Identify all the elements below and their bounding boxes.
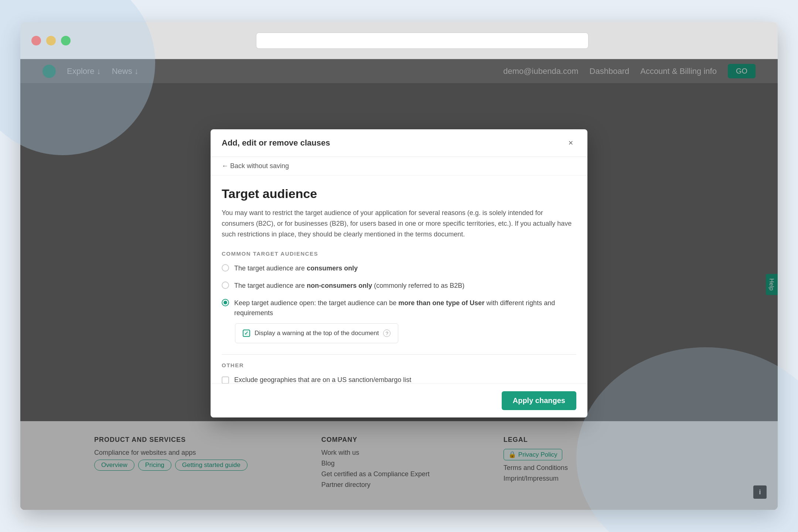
modal-close-button[interactable]: × xyxy=(565,137,576,149)
option-text-before-1: The target audience are xyxy=(234,282,307,289)
option-more-than-one[interactable]: Keep target audience open: the target au… xyxy=(222,298,576,318)
sub-option-warning[interactable]: Display a warning at the top of the docu… xyxy=(235,323,398,343)
option-more-than-one-wrapper: Keep target audience open: the target au… xyxy=(222,298,576,343)
modal-footer: Apply changes xyxy=(211,383,587,417)
common-audiences-label: COMMON TARGET AUDIENCES xyxy=(222,250,576,257)
radio-consumers-only[interactable] xyxy=(222,264,229,272)
address-bar[interactable] xyxy=(256,33,589,49)
radio-non-consumers-only[interactable] xyxy=(222,282,229,289)
radio-more-than-one[interactable] xyxy=(222,299,229,306)
option-text-after-1: (commonly referred to as B2B) xyxy=(372,282,464,289)
section-description: You may want to restrict the target audi… xyxy=(222,208,576,239)
option-label-non-consumers-only: The target audience are non-consumers on… xyxy=(234,281,464,291)
checkbox-us-sanction[interactable] xyxy=(222,376,229,383)
option-bold-0: consumers only xyxy=(307,265,358,272)
sub-option-label: Display a warning at the top of the docu… xyxy=(255,330,379,337)
other-section: OTHER Exclude geographies that are on a … xyxy=(222,362,576,383)
option-bold-2: more than one type of User xyxy=(398,299,484,307)
divider xyxy=(222,354,576,355)
option-text-before-2: Keep target audience open: the target au… xyxy=(234,299,398,307)
checkbox-warning[interactable] xyxy=(243,330,250,337)
option-text-before-0: The target audience are xyxy=(234,265,307,272)
apply-changes-button[interactable]: Apply changes xyxy=(502,391,576,410)
option-label-us-sanction: Exclude geographies that are on a US san… xyxy=(234,375,411,383)
options-list: The target audience are consumers only T… xyxy=(222,263,576,343)
option-consumers-only[interactable]: The target audience are consumers only xyxy=(222,263,576,273)
modal-header: Add, edit or remove clauses × xyxy=(211,129,587,157)
modal-body: Target audience You may want to restrict… xyxy=(211,175,587,383)
help-tooltip-icon[interactable]: ? xyxy=(383,330,391,337)
option-bold-1: non-consumers only xyxy=(307,282,372,289)
back-link[interactable]: ← Back without saving xyxy=(222,162,289,170)
modal-subheader: ← Back without saving xyxy=(211,157,587,175)
modal-title: Add, edit or remove clauses xyxy=(222,138,330,148)
option-label-consumers-only: The target audience are consumers only xyxy=(234,263,358,273)
modal-dialog: Add, edit or remove clauses × ← Back wit… xyxy=(211,129,587,417)
option-non-consumers-only[interactable]: The target audience are non-consumers on… xyxy=(222,281,576,291)
section-title: Target audience xyxy=(222,187,576,201)
other-label: OTHER xyxy=(222,362,576,368)
option-label-more-than-one: Keep target audience open: the target au… xyxy=(234,298,576,318)
option-us-sanction[interactable]: Exclude geographies that are on a US san… xyxy=(222,375,576,383)
